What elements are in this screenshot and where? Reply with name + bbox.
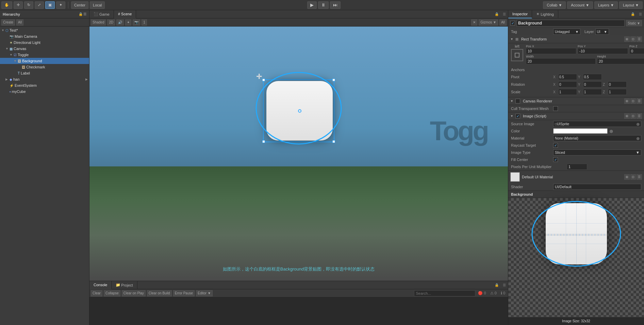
handle-br[interactable] (332, 140, 335, 143)
scale-z-input[interactable] (608, 89, 627, 95)
console-lock-icon[interactable]: 🔒 (493, 283, 501, 287)
rect-tool-btn[interactable]: ▣ (45, 1, 55, 9)
hierarchy-item-maincamera[interactable]: 📷 Main Camera (0, 33, 89, 39)
editor-dropdown-btn[interactable]: Editor ▼ (196, 290, 213, 296)
scale-y-input[interactable] (583, 89, 602, 95)
pixels-input[interactable] (567, 164, 587, 170)
collab-button[interactable]: Collab ▼ (543, 1, 566, 9)
shading-dropdown[interactable]: Shaded (91, 19, 106, 26)
camera-btn[interactable]: 📷 (133, 19, 140, 26)
cr-btn2[interactable]: ⊡ (630, 98, 636, 104)
pivot-x-input[interactable] (558, 74, 577, 80)
scene-viewport[interactable]: Togg ✛ (89, 27, 508, 281)
clear-btn[interactable]: Clear (91, 290, 102, 296)
go-name-input[interactable] (516, 20, 625, 27)
scale-tool-btn[interactable]: ⤢ (35, 1, 44, 9)
dm-btn1[interactable]: ⊞ (624, 174, 630, 180)
error-pause-btn[interactable]: Error Pause (173, 290, 195, 296)
clear-on-build-btn[interactable]: Clear on Build (147, 290, 172, 296)
canvas-renderer-header[interactable]: ▼ Canvas Renderer ⊞ ⊡ ☰ (508, 97, 644, 105)
hierarchy-item-checkmark[interactable]: 🖼 Checkmark (0, 64, 89, 70)
tab-scene[interactable]: # Scene (114, 10, 136, 18)
is-btn2[interactable]: ⊡ (630, 113, 636, 119)
play-button[interactable]: ▶ (307, 1, 317, 9)
hierarchy-item-test[interactable]: ▼ ⬡ Test* (0, 27, 89, 33)
rot-x-input[interactable] (558, 81, 577, 87)
rect-transform-header[interactable]: ▼ ⊞ Rect Transform ⊞ ⊡ ☰ (508, 35, 644, 43)
is-btn3[interactable]: ☰ (637, 113, 642, 119)
dm-btn2[interactable]: ⊡ (630, 174, 636, 180)
hierarchy-item-toggle[interactable]: ▼ ☑ Toggle (0, 52, 89, 58)
inspector-lock-icon[interactable]: 🔒 (629, 12, 637, 16)
image-script-header[interactable]: ▼ ✓ Image (Script) ⊞ ⊡ ☰ (508, 112, 644, 120)
hierarchy-menu-icon[interactable]: ☰ (83, 12, 86, 16)
image-type-dropdown[interactable]: Sliced ▼ (553, 149, 641, 156)
pos-x-input[interactable] (526, 48, 576, 54)
color-swatch[interactable] (553, 128, 608, 134)
pos-z-input[interactable] (629, 48, 644, 54)
cull-checkbox[interactable] (553, 106, 558, 111)
is-btn1[interactable]: ⊞ (624, 113, 630, 119)
account-button[interactable]: Account ▼ (567, 1, 593, 9)
inspector-menu-icon[interactable]: ☰ (637, 12, 644, 16)
hierarchy-item-mycube[interactable]: ▪ myCube (0, 88, 89, 95)
rt-btn1[interactable]: ⊞ (624, 36, 630, 42)
hierarchy-item-eventsystem[interactable]: ⚡ EventSystem (0, 82, 89, 88)
tab-inspector[interactable]: Inspector (508, 10, 532, 18)
hierarchy-item-background[interactable]: ▼ 🖼 Background (0, 58, 89, 64)
hierarchy-lock-icon[interactable]: 🔒 (79, 12, 83, 16)
rt-btn3[interactable]: ☰ (637, 36, 642, 42)
dm-btn3[interactable]: ☰ (637, 174, 642, 180)
scene-menu-icon[interactable]: ☰ (501, 12, 508, 16)
tab-game[interactable]: ⬛ Game (89, 10, 114, 18)
rotate-tool-btn[interactable]: ↻ (24, 1, 33, 9)
pivot-y-input[interactable] (583, 74, 602, 80)
height-input[interactable] (597, 58, 644, 64)
hierarchy-item-dirlight[interactable]: ☀ Directional Light (0, 39, 89, 46)
cr-btn3[interactable]: ☰ (637, 98, 642, 104)
shader-dropdown[interactable]: UI/Default (553, 184, 641, 190)
expand-arrow[interactable]: ▶ (85, 78, 88, 81)
handle-bl[interactable] (262, 140, 265, 143)
collapse-btn[interactable]: Collapse (104, 290, 120, 296)
console-menu-icon[interactable]: ☰ (501, 283, 508, 287)
layers-button[interactable]: Layers ▼ (594, 1, 618, 9)
hierarchy-item-canvas[interactable]: ▼ ▦ Canvas (0, 46, 89, 52)
console-search-input[interactable] (414, 290, 475, 296)
pivot-local-btn[interactable]: Local (90, 1, 105, 9)
canvas-renderer-checkbox[interactable] (515, 99, 520, 103)
raycast-checkbox[interactable]: ✓ (553, 143, 558, 148)
multi-tool-btn[interactable]: ✦ (56, 1, 65, 9)
handle-tl[interactable] (262, 79, 265, 81)
all-layers-btn[interactable]: All (499, 19, 507, 26)
create-btn[interactable]: Create (1, 19, 15, 26)
all-btn[interactable]: All (16, 19, 23, 26)
hierarchy-item-label[interactable]: T Label (0, 70, 89, 76)
hand-tool-btn[interactable]: ✋ (1, 1, 12, 9)
layout-button[interactable]: Layout ▼ (619, 1, 643, 9)
2d-toggle-btn[interactable]: 2D (107, 19, 115, 26)
layers-count-btn[interactable]: 1 (142, 19, 147, 26)
go-active-checkbox[interactable]: ✓ (510, 21, 515, 26)
tab-console[interactable]: Console (89, 281, 112, 289)
material-field[interactable]: None (Material) ◎ (553, 135, 641, 141)
hierarchy-item-han[interactable]: ▶ ◆ han ▶ (0, 76, 89, 82)
rt-btn2[interactable]: ⊡ (630, 36, 636, 42)
source-image-field[interactable]: □ UISprite ◎ (553, 121, 641, 127)
tab-lighting[interactable]: ☀ Lighting (532, 10, 558, 18)
handle-tr[interactable] (332, 79, 335, 81)
scale-x-input[interactable] (558, 89, 577, 95)
pos-y-input[interactable] (578, 48, 628, 54)
tab-project[interactable]: 📁 Project (112, 281, 137, 289)
move-tool-btn[interactable]: ✛ (14, 1, 23, 9)
static-badge[interactable]: Static ▼ (626, 20, 642, 26)
effects-btn[interactable]: ✦ (125, 19, 131, 26)
scene-lock-icon[interactable]: 🔒 (493, 12, 501, 16)
layer-dropdown[interactable]: UI ▼ (595, 29, 609, 35)
pivot-center-btn[interactable]: Center (71, 1, 88, 9)
step-button[interactable]: ⏭ (330, 1, 341, 9)
gizmos-dropdown[interactable]: Gizmos ▼ (479, 19, 498, 26)
fill-center-checkbox[interactable]: ✓ (553, 157, 558, 162)
rot-z-input[interactable] (608, 81, 627, 87)
clear-on-play-btn[interactable]: Clear on Play (122, 290, 146, 296)
